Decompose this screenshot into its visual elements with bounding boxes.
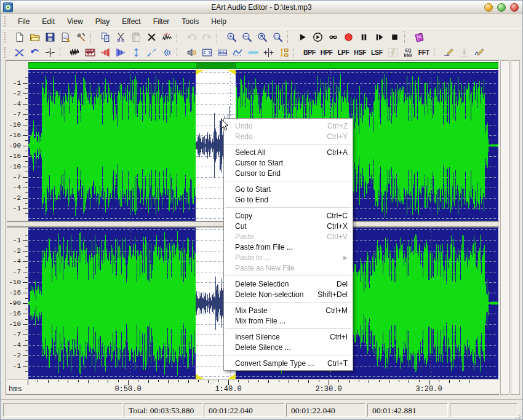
- context-menu-item-mix-paste[interactable]: Mix PasteCtrl+M: [224, 305, 353, 315]
- pitch-button[interactable]: [261, 46, 276, 60]
- delete-button[interactable]: [144, 30, 159, 44]
- context-menu-item-select-all[interactable]: Select AllCtrl+A: [224, 147, 353, 157]
- menu-filter[interactable]: Filter: [147, 15, 176, 28]
- context-menu-item-cursor-to-start[interactable]: Cursor to Start: [224, 157, 353, 168]
- play-step-button[interactable]: [372, 30, 387, 44]
- dynamics-button[interactable]: [199, 46, 215, 60]
- context-menu-item-delete-silence[interactable]: Delete Silence ...: [224, 342, 353, 352]
- stop-button[interactable]: [387, 30, 402, 44]
- new-file-button[interactable]: [12, 30, 27, 44]
- zoom-in-button[interactable]: [224, 30, 239, 44]
- echo-button[interactable]: [159, 46, 175, 60]
- menu-effect[interactable]: Effect: [116, 15, 146, 28]
- bpf-filter-button[interactable]: BPF: [301, 46, 318, 60]
- invert-button[interactable]: [27, 46, 42, 60]
- db-tick-major: [23, 83, 28, 84]
- stretch-button[interactable]: [144, 46, 159, 60]
- cut-icon: [116, 32, 126, 42]
- zoom-out-button[interactable]: [239, 30, 255, 44]
- equalizer-button[interactable]: EQ: [401, 46, 416, 60]
- record-button[interactable]: [341, 30, 356, 44]
- selection-marker-bottom-left[interactable]: [196, 374, 204, 379]
- lsf-filter-button[interactable]: LSF: [369, 46, 385, 60]
- reverb-button[interactable]: [184, 46, 199, 60]
- amplify-icon: [85, 47, 95, 58]
- selection-marker-bottom-right[interactable]: [228, 374, 236, 379]
- menu-help[interactable]: Help: [205, 15, 233, 28]
- db-tick-major: [23, 314, 28, 314]
- record-icon: [343, 32, 354, 42]
- hpf-filter-button[interactable]: HPF: [318, 46, 335, 60]
- fade-out-button[interactable]: [113, 46, 129, 60]
- context-menu-item-convert-sample-type[interactable]: Convert Sample Type ...Ctrl+T: [224, 358, 353, 368]
- context-menu-item-go-to-start[interactable]: Go to Start: [224, 184, 353, 194]
- context-menu-item-copy[interactable]: CopyCtrl+C: [224, 210, 353, 221]
- scroll-strip-1[interactable]: [500, 60, 509, 395]
- context-menu-item-paste: PasteCtrl+V: [224, 231, 353, 242]
- menu-view[interactable]: View: [61, 15, 89, 28]
- menu-play[interactable]: Play: [89, 15, 116, 28]
- ruler-tick: [359, 380, 359, 382]
- effects-toolbar: BPFHPFLPFHSFLSFEQFFT: [1, 45, 522, 60]
- trim-button[interactable]: [159, 30, 175, 44]
- context-menu-item-paste-from-file[interactable]: Paste from File ...: [224, 242, 353, 252]
- close-button[interactable]: [510, 3, 519, 12]
- maximize-button[interactable]: [497, 3, 506, 12]
- noise-button[interactable]: [67, 46, 82, 60]
- context-menu-item-cut[interactable]: CutCtrl+X: [224, 221, 353, 231]
- toolbar1-grip[interactable]: [4, 32, 9, 42]
- menu-edit[interactable]: Edit: [36, 15, 61, 28]
- tools-button[interactable]: [73, 30, 89, 44]
- draw-line-icon: [444, 47, 454, 58]
- title-bar[interactable]: EArt Audio Editor - D:\test.mp3: [1, 1, 522, 14]
- help-button[interactable]: [412, 30, 427, 44]
- context-menu-item-go-to-end[interactable]: Go to End: [224, 194, 353, 205]
- overview-bar[interactable]: [28, 62, 498, 69]
- fft-filter-button[interactable]: FFT: [416, 46, 432, 60]
- open-file-button[interactable]: [27, 30, 42, 44]
- play-button[interactable]: [295, 30, 310, 44]
- draw-line-button[interactable]: [441, 46, 457, 60]
- play-all-button[interactable]: [310, 30, 325, 44]
- pause-button[interactable]: [356, 30, 372, 44]
- cut-button[interactable]: [113, 30, 129, 44]
- menubar-grip[interactable]: [4, 16, 9, 26]
- toolbar2-grip[interactable]: [4, 47, 9, 58]
- menu-file[interactable]: File: [12, 15, 36, 28]
- context-menu-item-delete-non-selection[interactable]: Delete Non-selectionShift+Del: [224, 289, 353, 299]
- flanger-button[interactable]: [230, 46, 246, 60]
- db-label: -7: [13, 174, 21, 181]
- scroll-strip-2[interactable]: [511, 60, 520, 395]
- menu-tools[interactable]: Tools: [175, 15, 205, 28]
- hsf-filter-button[interactable]: HSF: [351, 46, 369, 60]
- selection-marker-top-left[interactable]: [196, 70, 204, 75]
- save-file-button[interactable]: [42, 30, 58, 44]
- context-menu-item-mix-from-file[interactable]: Mix from File ...: [224, 315, 353, 326]
- fade-in-button[interactable]: [98, 46, 113, 60]
- lpf-filter-button[interactable]: LPF: [335, 46, 352, 60]
- volume-button[interactable]: [129, 46, 144, 60]
- db-tick-major: [23, 251, 28, 252]
- swap-channels-button[interactable]: [12, 46, 27, 60]
- resample-button[interactable]: [276, 46, 292, 60]
- copy-button[interactable]: [98, 30, 113, 44]
- zoom-selection-button[interactable]: [255, 30, 270, 44]
- minimize-button[interactable]: [484, 3, 493, 12]
- file-properties-button[interactable]: [58, 30, 73, 44]
- context-menu-item-delete-selection[interactable]: Delete SelectionDel: [224, 279, 353, 289]
- db-label: -90: [9, 300, 21, 307]
- time-ruler[interactable]: hms 0:50.01:40.02:30.03:20.0: [7, 379, 499, 394]
- loop-button[interactable]: [325, 30, 341, 44]
- compressor-button[interactable]: [215, 46, 230, 60]
- context-menu-item-insert-silence[interactable]: Insert SilenceCtrl+I: [224, 331, 353, 342]
- chorus-button[interactable]: [246, 46, 261, 60]
- zoom-full-button[interactable]: 1:1: [270, 30, 285, 44]
- amplify-button[interactable]: [82, 46, 98, 60]
- file-properties-icon: [60, 32, 71, 42]
- db-scale-ruler: -1-2-4-7-10-16-90-16-10-7-4-2-1-1-2-4-7-…: [7, 61, 28, 394]
- selection-marker-top-right[interactable]: [228, 70, 236, 75]
- db-tick-major: [23, 114, 28, 115]
- context-menu-item-cursor-to-end[interactable]: Cursor to End: [224, 168, 353, 178]
- draw-wave-button[interactable]: [472, 46, 487, 60]
- silence-button[interactable]: [42, 46, 58, 60]
